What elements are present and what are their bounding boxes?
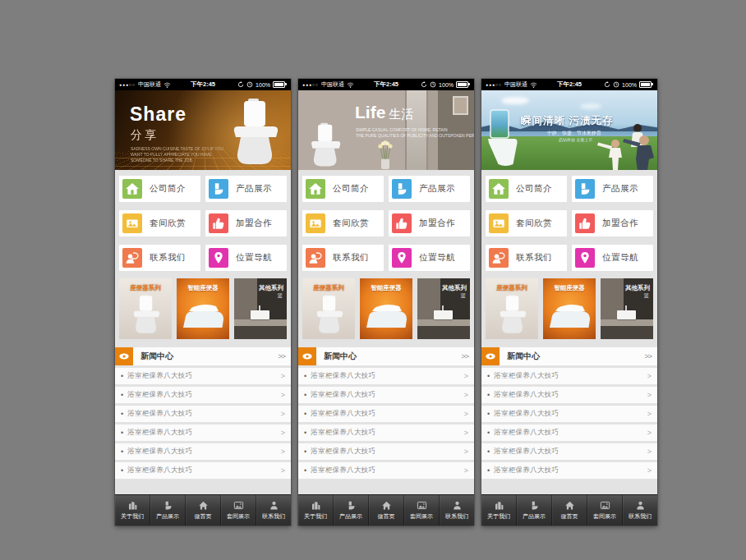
- smart-toilet-image: [363, 296, 409, 329]
- menu-item-location-nav[interactable]: 位置导航: [205, 245, 287, 271]
- nav-item-contact-us[interactable]: 联系我们: [256, 495, 291, 526]
- bullet: •: [304, 429, 306, 437]
- menu-item-suites[interactable]: 套间欣赏: [119, 210, 200, 236]
- nav-item-suite-display[interactable]: 套间展示: [221, 495, 256, 526]
- banner-title: Life生活: [355, 103, 413, 122]
- news-row-text: 浴室柜保养八大技巧: [311, 466, 375, 475]
- menu-item-suites[interactable]: 套间欣赏: [486, 210, 567, 236]
- menu-item-location-nav[interactable]: 位置导航: [389, 245, 470, 271]
- news-list: •浴室柜保养八大技巧> •浴室柜保养八大技巧> •浴室柜保养八大技巧> •浴室柜…: [298, 368, 474, 479]
- bullet: •: [487, 410, 490, 418]
- news-row[interactable]: •浴室柜保养八大技巧>: [298, 387, 474, 403]
- hero-banner-share[interactable]: Share 分享 SADNESS OWN CUISINE,TASTE OF JO…: [115, 90, 291, 170]
- menu-item-company-profile[interactable]: 公司简介: [486, 176, 567, 202]
- nav-label: 产品展示: [339, 512, 362, 521]
- carousel-item-other-series[interactable]: 其他系列 篮: [234, 278, 287, 339]
- nav-item-micro-home[interactable]: 微首页: [369, 495, 404, 526]
- news-row[interactable]: •浴室柜保养八大技巧>: [115, 387, 291, 403]
- carousel-item-other-series[interactable]: 其他系列 篮: [417, 278, 470, 339]
- menu-item-company-profile[interactable]: 公司简介: [119, 176, 200, 202]
- bullet: •: [487, 448, 490, 456]
- nav-label: 联系我们: [445, 512, 468, 521]
- carousel-item-smart-toilet[interactable]: 智能座便器: [360, 278, 412, 339]
- product-carousel: 座便器系列 智能座便器 其他系列 篮: [298, 276, 474, 343]
- news-row[interactable]: •浴室柜保养八大技巧>: [298, 462, 474, 479]
- nav-item-micro-home[interactable]: 微首页: [186, 495, 221, 526]
- nav-item-products[interactable]: 产品展示: [334, 495, 369, 526]
- news-row[interactable]: •浴室柜保养八大技巧>: [298, 425, 474, 441]
- nav-item-about-us[interactable]: 关于我们: [481, 495, 517, 526]
- news-row[interactable]: •浴室柜保养八大技巧>: [481, 462, 657, 479]
- hero-banner-outdoor[interactable]: 瞬间清晰 污渍无存 宁静、快捷、节水更静音 晶钻科技 全新上市: [481, 90, 657, 170]
- menu-item-contact-us[interactable]: 联系我们: [119, 245, 200, 271]
- menu-item-join-cooperation[interactable]: 加盟合作: [205, 210, 287, 236]
- toilet-icon: [392, 179, 412, 199]
- carousel-item-toilet-series[interactable]: 座便器系列: [302, 278, 355, 339]
- news-row[interactable]: •浴室柜保养八大技巧>: [115, 462, 291, 479]
- menu-item-join-cooperation[interactable]: 加盟合作: [572, 210, 653, 236]
- news-row[interactable]: •浴室柜保养八大技巧>: [481, 387, 657, 403]
- news-row[interactable]: •浴室柜保养八大技巧>: [481, 368, 657, 384]
- bullet: •: [121, 410, 123, 418]
- news-row-text: 浴室柜保养八大技巧: [127, 428, 192, 438]
- menu-item-products[interactable]: 产品展示: [205, 176, 287, 202]
- flowers-image: [375, 137, 396, 170]
- news-more-link[interactable]: >>: [278, 352, 285, 360]
- status-bar: ●●●○○ 中国联通 下午2:45 100%: [481, 79, 657, 90]
- news-row[interactable]: •浴室柜保养八大技巧>: [115, 368, 291, 384]
- menu-item-join-cooperation[interactable]: 加盟合作: [389, 210, 470, 236]
- news-more-link[interactable]: >>: [461, 352, 468, 360]
- news-row[interactable]: •浴室柜保养八大技巧>: [115, 406, 291, 422]
- banner-title-cn: 分享: [131, 128, 159, 143]
- news-row[interactable]: •浴室柜保养八大技巧>: [481, 425, 657, 441]
- menu-item-products[interactable]: 产品展示: [572, 176, 653, 202]
- phone-mockup-3: ●●●○○ 中国联通 下午2:45 100% 瞬间清晰 污渍无存 宁静、快捷、节…: [481, 79, 657, 526]
- hero-banner-life[interactable]: Life生活 SIMPLE CASUAL COMFORT OF HOME, RE…: [298, 90, 474, 170]
- news-row[interactable]: •浴室柜保养八大技巧>: [298, 443, 474, 460]
- carousel-item-toilet-series[interactable]: 座便器系列: [486, 278, 538, 339]
- nav-item-contact-us[interactable]: 联系我们: [440, 495, 474, 526]
- news-row[interactable]: •浴室柜保养八大技巧>: [298, 406, 474, 422]
- gallery-icon: [600, 500, 610, 511]
- news-row[interactable]: •浴室柜保养八大技巧>: [481, 406, 657, 422]
- news-row[interactable]: •浴室柜保养八大技巧>: [115, 443, 291, 460]
- nav-label: 套间展示: [227, 512, 250, 521]
- carousel-item-toilet-series[interactable]: 座便器系列: [119, 278, 172, 339]
- menu-item-products[interactable]: 产品展示: [389, 176, 470, 202]
- menu-grid: 公司简介 产品展示 套间欣赏 加盟合作 联系我们 位置导航: [298, 170, 474, 276]
- nav-label: 套间展示: [593, 512, 616, 521]
- news-row-text: 浴室柜保养八大技巧: [494, 371, 559, 381]
- home-icon: [381, 500, 392, 511]
- news-row[interactable]: •浴室柜保养八大技巧>: [481, 443, 657, 460]
- news-row-text: 浴室柜保养八大技巧: [494, 447, 559, 457]
- nav-item-about-us[interactable]: 关于我们: [115, 495, 150, 526]
- menu-item-label: 产品展示: [602, 183, 638, 195]
- carousel-item-other-series[interactable]: 其他系列 篮: [601, 278, 653, 339]
- toilet-icon: [346, 500, 357, 511]
- nav-item-suite-display[interactable]: 套间展示: [404, 495, 440, 526]
- nav-item-products[interactable]: 产品展示: [517, 495, 552, 526]
- menu-item-contact-us[interactable]: 联系我们: [302, 245, 384, 271]
- nav-item-suite-display[interactable]: 套间展示: [587, 495, 623, 526]
- nav-item-contact-us[interactable]: 联系我们: [623, 495, 657, 526]
- building-icon: [127, 500, 138, 511]
- news-row[interactable]: •浴室柜保养八大技巧>: [115, 425, 291, 441]
- nav-item-about-us[interactable]: 关于我们: [298, 495, 334, 526]
- carousel-item-smart-toilet[interactable]: 智能座便器: [543, 278, 596, 339]
- nav-item-products[interactable]: 产品展示: [150, 495, 186, 526]
- menu-item-suites[interactable]: 套间欣赏: [302, 210, 384, 236]
- nav-label: 微首页: [561, 512, 578, 521]
- news-row[interactable]: •浴室柜保养八大技巧>: [298, 368, 474, 384]
- carousel-item-smart-toilet[interactable]: 智能座便器: [177, 278, 229, 339]
- menu-item-label: 位置导航: [419, 252, 455, 264]
- news-header: 新闻中心 >>: [298, 347, 474, 365]
- chevron-right-icon: >: [647, 466, 652, 475]
- news-more-link[interactable]: >>: [644, 352, 652, 360]
- menu-item-company-profile[interactable]: 公司简介: [302, 176, 384, 202]
- nav-label: 套间展示: [410, 512, 433, 521]
- menu-item-contact-us[interactable]: 联系我们: [486, 245, 567, 271]
- toilet-image: [496, 294, 527, 337]
- menu-item-location-nav[interactable]: 位置导航: [572, 245, 653, 271]
- person-chat-icon: [489, 248, 509, 268]
- nav-item-micro-home[interactable]: 微首页: [552, 495, 587, 526]
